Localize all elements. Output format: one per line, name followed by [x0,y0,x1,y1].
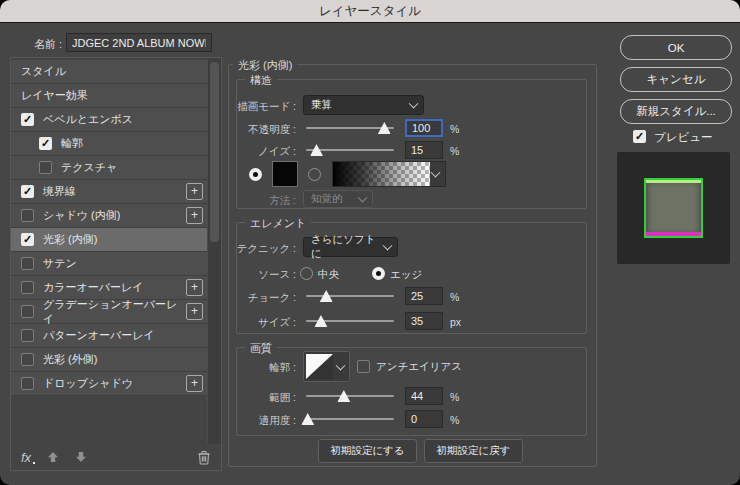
sidebar-item-bevel-emboss[interactable]: ✓ ベベルとエンボス [11,108,208,132]
method-label: 方法 : [230,194,296,208]
sidebar-item-label: テクスチャ [61,160,117,175]
noise-slider[interactable] [306,143,394,157]
sidebar-item-inner-glow[interactable]: ✓ 光彩 (内側) [11,228,208,252]
gradient-radio[interactable] [308,168,321,181]
sidebar-item-drop-shadow[interactable]: ドロップシャドウ + [11,372,208,396]
sidebar-item-stroke[interactable]: ✓ 境界線 + [11,180,208,204]
checkbox-checked-icon[interactable]: ✓ [21,113,34,126]
checkbox-checked-icon[interactable]: ✓ [21,185,34,198]
size-input[interactable]: 35 [405,312,443,330]
delete-effect-trash-icon[interactable] [197,450,211,465]
sidebar-item-label: 輪郭 [61,136,83,151]
sidebar-item-label: 光彩 (内側) [43,232,97,247]
set-default-button[interactable]: 初期設定にする [318,439,417,463]
sidebar-item-inner-shadow[interactable]: シャドウ (内側) + [11,204,208,228]
sidebar-item-outer-glow[interactable]: 光彩 (外側) [11,348,208,372]
new-style-button[interactable]: 新規スタイル... [620,99,732,124]
checkbox-unchecked-icon[interactable] [21,281,34,294]
range-input[interactable]: 44 [405,387,443,405]
choke-input[interactable]: 25 [405,287,443,305]
opacity-label: 不透明度 : [230,123,296,137]
chevron-down-icon [358,193,368,203]
dialog-window: レイヤースタイル 名前 : スタイル レイヤー効果 ✓ ベベルとエンボス ✓ 輪… [0,0,740,485]
sidebar-item-contour[interactable]: ✓ 輪郭 [11,132,208,156]
slider-track[interactable] [306,418,394,420]
technique-select[interactable]: さらにソフトに [303,237,398,257]
structure-title: 構造 [245,73,277,88]
name-label: 名前 : [6,37,62,52]
jitter-unit: % [450,414,459,426]
move-effect-down-button[interactable] [75,451,87,463]
add-effect-plus-icon[interactable]: + [186,279,203,296]
opacity-slider[interactable] [306,121,394,135]
range-slider[interactable] [306,389,394,403]
add-effect-plus-icon[interactable]: + [186,375,203,392]
checkbox-unchecked-icon[interactable] [21,257,34,270]
size-slider[interactable] [306,314,394,328]
slider-track[interactable] [306,295,394,297]
blend-mode-select[interactable]: 乗算 [303,95,424,115]
jitter-input[interactable]: 0 [405,410,443,428]
opacity-input[interactable]: 100 [405,119,443,137]
checkbox-unchecked-icon[interactable] [21,377,34,390]
sidebar-item-gradient-overlay[interactable]: グラデーションオーバーレイ + [11,300,208,324]
gradient-chevron-button[interactable] [430,162,445,186]
preview-layer-square [644,178,703,238]
sidebar-item-label: レイヤー効果 [21,88,88,103]
preview-magenta-stripe [646,232,701,236]
blend-mode-value: 乗算 [311,98,332,112]
technique-label: テクニック : [230,242,296,256]
preview-checkbox[interactable]: ✓ [633,130,646,143]
antialias-checkbox[interactable] [357,360,370,373]
check-icon: ✓ [39,136,52,150]
checkbox-unchecked-icon[interactable] [21,329,34,342]
source-center-label: 中央 [318,268,339,282]
color-radio[interactable] [249,168,262,181]
cancel-button[interactable]: キャンセル [620,67,732,92]
sidebar-item-texture[interactable]: テクスチャ [11,156,208,180]
checkbox-unchecked-icon[interactable] [21,209,34,222]
method-value: 知覚的 [311,192,343,206]
source-edge-label: エッジ [390,268,422,282]
choke-slider[interactable] [306,289,394,303]
sidebar-item-pattern-overlay[interactable]: パターンオーバーレイ [11,324,208,348]
checkbox-checked-icon[interactable]: ✓ [39,137,52,150]
sidebar-scrollbar[interactable] [207,58,221,444]
move-effect-up-button[interactable] [47,451,59,463]
jitter-slider[interactable] [306,412,394,426]
fx-menu-button[interactable]: fx [21,450,31,465]
noise-input[interactable]: 15 [405,141,443,159]
source-center-radio[interactable] [300,267,313,280]
add-effect-plus-icon[interactable]: + [186,303,203,320]
gradient-preview[interactable] [333,162,431,186]
checkbox-unchecked-icon[interactable] [21,305,34,318]
preview-thumbnail [617,152,730,264]
gradient-picker[interactable] [332,161,446,187]
elements-title: エレメント [245,216,311,231]
sidebar-item-label: ドロップシャドウ [43,376,133,391]
checkbox-unchecked-icon[interactable] [21,353,34,366]
sidebar-item-layer-effects[interactable]: レイヤー効果 [11,84,208,108]
contour-thumbnail[interactable] [306,354,333,379]
add-effect-plus-icon[interactable]: + [186,207,203,224]
chevron-down-icon [409,99,419,109]
contour-picker[interactable] [303,351,350,382]
sidebar-item-label: ベベルとエンボス [43,112,133,127]
sidebar-footer: fx [11,444,221,470]
sidebar-item-satin[interactable]: サテン [11,252,208,276]
source-edge-radio[interactable] [372,267,385,280]
chevron-down-icon [431,168,441,178]
check-icon: ✓ [21,112,34,126]
checkbox-unchecked-icon[interactable] [39,161,52,174]
scrollbar-thumb[interactable] [210,62,219,242]
add-effect-plus-icon[interactable]: + [186,183,203,200]
reset-default-button[interactable]: 初期設定に戻す [424,439,523,463]
checkbox-checked-icon[interactable]: ✓ [21,233,34,246]
glow-color-swatch[interactable] [272,161,298,187]
ok-button[interactable]: OK [620,35,732,60]
opacity-unit: % [450,123,459,135]
name-input[interactable] [66,33,212,52]
slider-track[interactable] [306,395,394,397]
sidebar-item-styles[interactable]: スタイル [11,60,208,84]
size-label: サイズ : [230,316,296,330]
